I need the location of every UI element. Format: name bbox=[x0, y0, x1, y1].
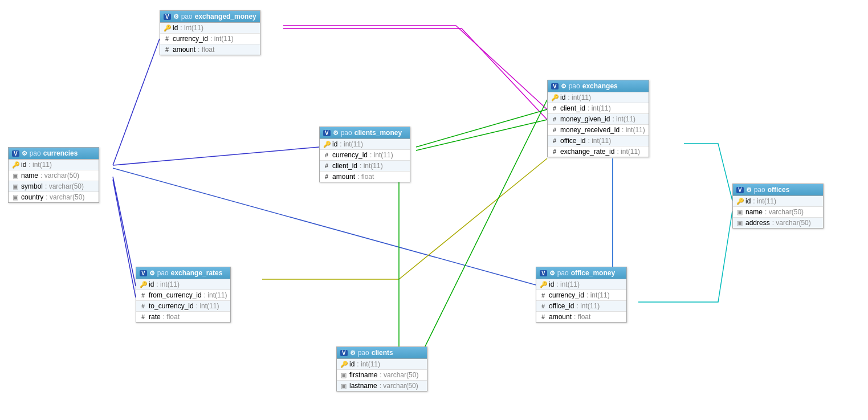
field-type: : int(11) bbox=[357, 360, 380, 368]
index-icon: ▣ bbox=[12, 183, 19, 190]
table-row: # rate : float bbox=[136, 312, 230, 322]
gear-icon: ⚙ bbox=[173, 13, 179, 21]
field-name: currency_id bbox=[549, 291, 584, 299]
index-icon: ▣ bbox=[736, 209, 743, 216]
field-name: lastname bbox=[349, 382, 377, 390]
field-type: : int(11) bbox=[556, 280, 580, 288]
v-badge: V bbox=[164, 14, 171, 20]
table-row: # amount : float bbox=[536, 312, 626, 322]
table-row: 🔑 id : int(11) bbox=[337, 359, 427, 370]
hash-icon: # bbox=[323, 173, 330, 180]
v-badge: V bbox=[12, 150, 19, 157]
svg-line-1 bbox=[113, 147, 319, 165]
field-name: rate bbox=[149, 313, 161, 321]
field-name: id bbox=[21, 161, 26, 169]
field-name: client_id bbox=[560, 104, 585, 112]
table-exchanges: V ⚙ pao exchanges 🔑 id : int(11) # clien… bbox=[547, 80, 649, 157]
table-name: exchange_rates bbox=[171, 269, 223, 277]
field-type: : float bbox=[357, 173, 374, 181]
table-row: ▣ name : varchar(50) bbox=[733, 207, 823, 218]
field-type: : int(11) bbox=[196, 302, 219, 310]
field-type: : varchar(50) bbox=[765, 208, 804, 216]
svg-line-7 bbox=[416, 100, 547, 365]
v-badge: V bbox=[340, 350, 348, 356]
field-name: client_id bbox=[332, 162, 357, 170]
field-type: : int(11) bbox=[617, 148, 640, 156]
field-type: : int(11) bbox=[586, 291, 610, 299]
hash-icon: # bbox=[323, 152, 330, 158]
index-icon: ▣ bbox=[736, 219, 743, 227]
key-icon: 🔑 bbox=[12, 161, 19, 169]
table-office_money: V ⚙ pao office_money 🔑 id : int(11) # cu… bbox=[536, 267, 627, 323]
field-name: id bbox=[560, 93, 565, 101]
hash-icon: # bbox=[551, 105, 558, 112]
key-icon: 🔑 bbox=[140, 281, 146, 288]
svg-line-3 bbox=[113, 180, 136, 297]
field-type: : int(11) bbox=[568, 93, 591, 101]
table-header-exchange_rates: V ⚙ pao exchange_rates bbox=[136, 267, 230, 279]
hash-icon: # bbox=[140, 313, 146, 320]
field-type: : int(11) bbox=[612, 115, 635, 123]
field-name: id bbox=[349, 360, 354, 368]
field-type: : varchar(50) bbox=[40, 172, 79, 180]
hash-icon: # bbox=[540, 313, 547, 320]
table-row: # from_currency_id : int(11) bbox=[136, 290, 230, 301]
key-icon: 🔑 bbox=[340, 361, 347, 368]
table-row: ▣ country : varchar(50) bbox=[9, 192, 99, 202]
table-row: # currency_id : int(11) bbox=[320, 150, 410, 161]
db-canvas: V ⚙ pao exchanged_money 🔑 id : int(11) #… bbox=[0, 0, 868, 420]
field-type: : int(11) bbox=[210, 35, 234, 43]
table-exchanged_money: V ⚙ pao exchanged_money 🔑 id : int(11) #… bbox=[160, 10, 260, 55]
field-type: : varchar(50) bbox=[772, 219, 811, 227]
field-name: id bbox=[173, 24, 178, 32]
field-type: : float bbox=[198, 46, 214, 54]
key-icon: 🔑 bbox=[164, 25, 170, 32]
hash-icon: # bbox=[551, 148, 558, 155]
table-clients_money: V ⚙ pao clients_money 🔑 id : int(11) # c… bbox=[319, 127, 410, 182]
table-header-offices: V ⚙ pao offices bbox=[733, 184, 823, 196]
table-row: ▣ name : varchar(50) bbox=[9, 170, 99, 181]
field-name: symbol bbox=[21, 182, 43, 190]
field-type: : int(11) bbox=[588, 104, 611, 112]
field-name: money_received_id bbox=[560, 126, 620, 134]
table-row: # money_received_id : int(11) bbox=[548, 125, 649, 136]
key-icon: 🔑 bbox=[736, 198, 743, 205]
field-name: name bbox=[21, 172, 38, 180]
svg-line-5 bbox=[416, 109, 547, 147]
table-row: # to_currency_id : int(11) bbox=[136, 301, 230, 312]
schema-name: pao bbox=[157, 269, 169, 277]
field-name: id bbox=[332, 140, 337, 148]
field-type: : float bbox=[574, 313, 590, 321]
hash-icon: # bbox=[540, 303, 547, 309]
field-name: amount bbox=[173, 46, 195, 54]
hash-icon: # bbox=[551, 127, 558, 133]
table-row: 🔑 id : int(11) bbox=[9, 160, 99, 170]
v-badge: V bbox=[323, 130, 331, 136]
field-type: : int(11) bbox=[156, 280, 180, 288]
table-row: 🔑 id : int(11) bbox=[733, 196, 823, 207]
schema-name: pao bbox=[569, 82, 580, 90]
gear-icon: ⚙ bbox=[333, 129, 339, 137]
hash-icon: # bbox=[551, 116, 558, 123]
table-row: 🔑 id : int(11) bbox=[136, 279, 230, 290]
table-name: clients_money bbox=[354, 129, 402, 137]
hash-icon: # bbox=[140, 292, 146, 299]
table-header-currencies: V ⚙ pao currencies bbox=[9, 148, 99, 160]
field-type: : float bbox=[163, 313, 180, 321]
gear-icon: ⚙ bbox=[549, 270, 555, 277]
svg-line-6 bbox=[416, 120, 547, 150]
table-header-exchanged_money: V ⚙ pao exchanged_money bbox=[160, 11, 260, 23]
table-row: # amount : float bbox=[320, 172, 410, 182]
table-row: # office_id : int(11) bbox=[548, 136, 649, 146]
table-currencies: V ⚙ pao currencies 🔑 id : int(11) ▣ name… bbox=[8, 147, 99, 203]
hash-icon: # bbox=[323, 162, 330, 169]
hash-icon: # bbox=[540, 292, 547, 299]
schema-name: pao bbox=[557, 269, 569, 277]
table-row: 🔑 id : int(11) bbox=[548, 92, 649, 103]
field-type: : int(11) bbox=[180, 24, 203, 32]
table-row: ▣ address : varchar(50) bbox=[733, 218, 823, 228]
field-name: amount bbox=[549, 313, 572, 321]
table-clients: V ⚙ pao clients 🔑 id : int(11) ▣ firstna… bbox=[336, 346, 427, 392]
table-header-clients_money: V ⚙ pao clients_money bbox=[320, 127, 410, 139]
index-icon: ▣ bbox=[12, 172, 19, 180]
